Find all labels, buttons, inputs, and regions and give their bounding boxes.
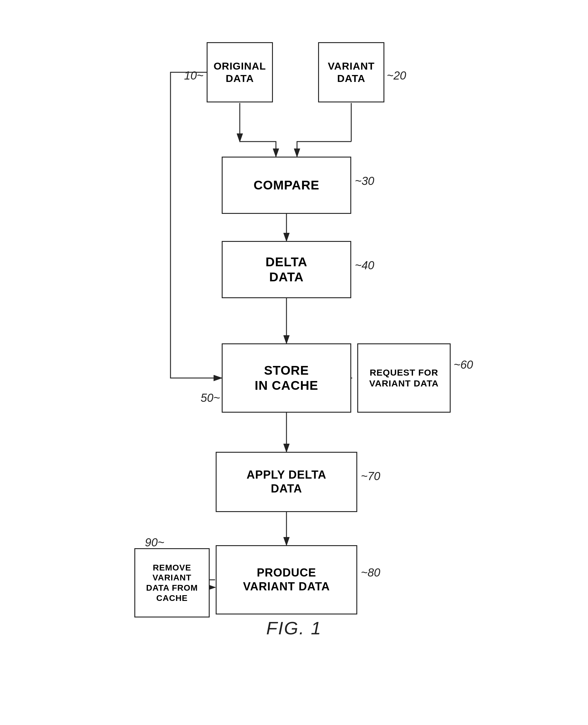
ref-30: ~30 <box>355 175 374 188</box>
ref-80: ~80 <box>361 566 380 579</box>
variant-data-label: VARIANTDATA <box>328 60 375 85</box>
delta-data-box: DELTADATA <box>222 241 351 298</box>
store-in-cache-label: STOREIN CACHE <box>254 363 318 393</box>
ref-40: ~40 <box>355 259 374 272</box>
produce-variant-box: PRODUCEVARIANT DATA <box>216 545 357 615</box>
delta-data-label: DELTADATA <box>266 255 308 285</box>
diagram: ORIGINALDATA 10~ VARIANTDATA ~20 COMPARE… <box>128 24 460 657</box>
ref-90: 90~ <box>145 536 164 549</box>
ref-20: ~20 <box>387 69 406 82</box>
ref-70: ~70 <box>361 470 380 483</box>
produce-variant-label: PRODUCEVARIANT DATA <box>243 566 330 593</box>
figure-label: FIG. 1 <box>266 618 322 639</box>
ref-60: ~60 <box>454 358 473 371</box>
ref-10: 10~ <box>184 69 203 82</box>
compare-label: COMPARE <box>254 178 320 193</box>
ref-50: 50~ <box>201 391 220 405</box>
apply-delta-box: APPLY DELTADATA <box>216 452 357 512</box>
remove-variant-label: REMOVE VARIANTDATA FROMCACHE <box>135 563 209 603</box>
variant-data-box: VARIANTDATA <box>318 42 384 102</box>
request-variant-box: REQUEST FORVARIANT DATA <box>357 343 450 413</box>
compare-box: COMPARE <box>222 157 351 214</box>
store-in-cache-box: STOREIN CACHE <box>222 343 351 413</box>
remove-variant-box: REMOVE VARIANTDATA FROMCACHE <box>134 548 210 617</box>
original-data-label: ORIGINALDATA <box>214 60 266 85</box>
apply-delta-label: APPLY DELTADATA <box>246 468 326 495</box>
page: ORIGINALDATA 10~ VARIANTDATA ~20 COMPARE… <box>0 0 588 725</box>
request-variant-label: REQUEST FORVARIANT DATA <box>369 367 439 389</box>
original-data-box: ORIGINALDATA <box>207 42 273 102</box>
